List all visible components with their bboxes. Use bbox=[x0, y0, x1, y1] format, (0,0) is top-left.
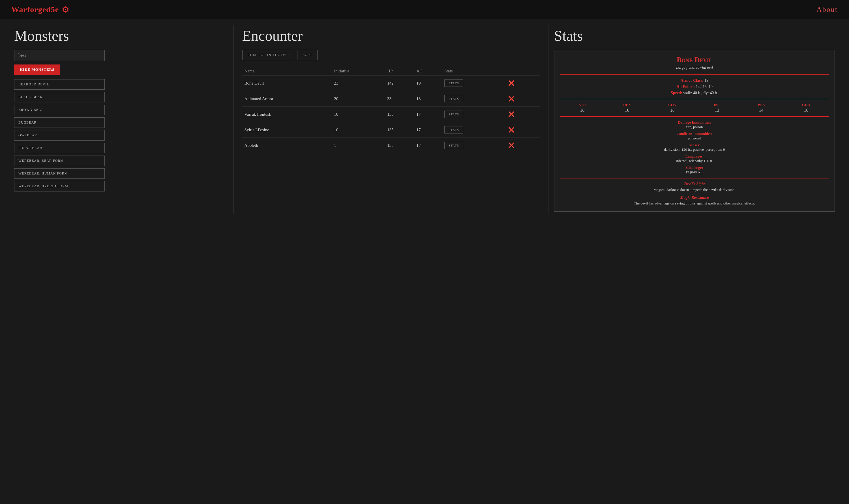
encounter-hp: 135 bbox=[385, 138, 414, 153]
encounter-remove-button[interactable]: ❌ bbox=[507, 142, 516, 148]
monster-list-item[interactable]: OWLBEAR bbox=[14, 130, 105, 141]
monster-list-item[interactable]: BLACK BEAR bbox=[14, 92, 105, 102]
ability-value: 18 bbox=[668, 108, 676, 113]
encounter-stats-cell: STATS bbox=[442, 107, 505, 122]
table-row: Sylris Li'zoine1013517STATS❌ bbox=[242, 122, 540, 138]
encounter-remove-cell: ❌ bbox=[505, 122, 540, 138]
monsters-col: Monsters HIDE MONSTERS BEARDED DEVILBLAC… bbox=[8, 24, 233, 214]
monster-list-item[interactable]: WEREBEAR, HUMAN FORM bbox=[14, 168, 105, 179]
encounter-stats-button[interactable]: STATS bbox=[444, 126, 463, 133]
ability-score-col: STR18 bbox=[579, 103, 586, 113]
encounter-stats-button[interactable]: STATS bbox=[444, 142, 463, 149]
armor-class-value: 19 bbox=[704, 78, 708, 83]
ability-score-col: WIS14 bbox=[758, 103, 765, 113]
encounter-remove-button[interactable]: ❌ bbox=[507, 80, 516, 86]
encounter-remove-button[interactable]: ❌ bbox=[507, 111, 516, 118]
languages-value: Infernal, telepathy 120 ft. bbox=[676, 159, 713, 163]
monster-list-item[interactable]: POLAR BEAR bbox=[14, 143, 105, 153]
about-link[interactable]: About bbox=[816, 5, 838, 14]
ability-value: 16 bbox=[802, 108, 810, 113]
divider-1 bbox=[560, 74, 829, 75]
stats-header: Stats bbox=[554, 28, 835, 44]
encounter-ac: 17 bbox=[414, 107, 442, 122]
roll-initiative-button[interactable]: ROLL FOR INITIATIVE! bbox=[242, 50, 295, 60]
condition-immunities-value: poisoned bbox=[688, 136, 701, 140]
sort-button[interactable]: SORT bbox=[297, 50, 318, 60]
ability-name: STR bbox=[579, 103, 586, 107]
encounter-hp: 135 bbox=[385, 107, 414, 122]
ability-value: 16 bbox=[623, 108, 631, 113]
encounter-name: Animated Armor bbox=[242, 91, 332, 107]
trait-section: Devil's SightMagical darkness doesn't im… bbox=[560, 182, 829, 192]
damage-immunities: Damage Immunities: fire, poison bbox=[560, 120, 829, 129]
trait-section: Magic ResistanceThe devil has advantage … bbox=[560, 195, 829, 205]
encounter-remove-button[interactable]: ❌ bbox=[507, 95, 516, 102]
table-header-cell: AC bbox=[414, 67, 442, 75]
logo-text: Warforged5e bbox=[11, 5, 59, 14]
challenge-value: 12 (8400xp) bbox=[686, 170, 704, 174]
table-header-cell: HP bbox=[385, 67, 414, 75]
damage-immunities-label: Damage Immunities: bbox=[560, 120, 829, 125]
table-header-remove bbox=[505, 67, 540, 75]
hit-points-row: Hit Points: 142 15d10 bbox=[560, 85, 829, 89]
encounter-table: NameInitiativeHPACStats Bone Devil231421… bbox=[242, 67, 540, 153]
ability-name: WIS bbox=[758, 103, 765, 107]
speed-label: Speed: bbox=[671, 91, 682, 95]
trait-description: The devil has advantage on saving throws… bbox=[560, 201, 829, 205]
hide-monsters-button[interactable]: HIDE MONSTERS bbox=[14, 65, 60, 75]
ability-value: 14 bbox=[758, 108, 765, 113]
encounter-stats-button[interactable]: STATS bbox=[444, 111, 463, 118]
ability-value: 18 bbox=[579, 108, 586, 113]
ability-score-col: INT13 bbox=[714, 103, 720, 113]
monster-list-item[interactable]: BROWN BEAR bbox=[14, 105, 105, 115]
table-row: Varruk Irontusk1013517STATS❌ bbox=[242, 107, 540, 122]
monster-list-item[interactable]: BUGBEAR bbox=[14, 118, 105, 128]
monster-list: BEARDED DEVILBLACK BEARBROWN BEARBUGBEAR… bbox=[14, 79, 228, 192]
encounter-buttons: ROLL FOR INITIATIVE! SORT bbox=[242, 50, 540, 60]
encounter-stats-button[interactable]: STATS bbox=[444, 79, 463, 87]
encounter-remove-cell: ❌ bbox=[505, 91, 540, 107]
encounter-name: Varruk Irontusk bbox=[242, 107, 332, 122]
encounter-ac: 19 bbox=[414, 75, 442, 91]
table-row: Bone Devil2314219STATS❌ bbox=[242, 75, 540, 91]
encounter-thead: NameInitiativeHPACStats bbox=[242, 67, 540, 75]
encounter-name: Bone Devil bbox=[242, 75, 332, 91]
encounter-ac: 18 bbox=[414, 91, 442, 107]
ability-name: CHA bbox=[802, 103, 810, 107]
divider-2 bbox=[560, 99, 829, 99]
traits-section: Devil's SightMagical darkness doesn't im… bbox=[560, 182, 829, 205]
search-input[interactable] bbox=[14, 50, 105, 61]
table-header-cell: Initiative bbox=[332, 67, 385, 75]
monster-list-item[interactable]: WEREBEAR, BEAR FORM bbox=[14, 156, 105, 166]
encounter-header: Encounter bbox=[242, 28, 540, 44]
encounter-initiative: 10 bbox=[332, 122, 385, 138]
encounter-stats-button[interactable]: STATS bbox=[444, 95, 463, 102]
speed-value: walk: 40 ft., fly: 40 ft. bbox=[683, 91, 718, 95]
encounter-hp: 142 bbox=[385, 75, 414, 91]
table-header-cell: Stats bbox=[442, 67, 505, 75]
monster-list-item[interactable]: WEREBEAR, HYBRID FORM bbox=[14, 181, 105, 192]
encounter-initiative: 23 bbox=[332, 75, 385, 91]
stats-card: Bone Devil Large fiend, lawful evil Armo… bbox=[554, 50, 835, 212]
trait-name: Devil's Sight bbox=[560, 182, 829, 186]
senses: Senses: darkvision: 120 ft., passive_per… bbox=[560, 143, 829, 152]
table-row: Aboleth113517STATS❌ bbox=[242, 138, 540, 153]
trait-description: Magical darkness doesn't impede the devi… bbox=[560, 187, 829, 192]
ability-score-col: CON18 bbox=[668, 103, 676, 113]
hit-points-label: Hit Points: bbox=[676, 85, 695, 89]
encounter-initiative: 10 bbox=[332, 107, 385, 122]
encounter-hp: 135 bbox=[385, 122, 414, 138]
armor-class-row: Armor Class: 19 bbox=[560, 78, 829, 83]
divider-3 bbox=[560, 116, 829, 117]
trait-name: Magic Resistance bbox=[560, 195, 829, 200]
challenge: Challenge: 12 (8400xp) bbox=[560, 165, 829, 175]
challenge-label: Challenge: bbox=[560, 165, 829, 170]
hit-points-value: 142 15d10 bbox=[696, 85, 712, 89]
top-nav: Warforged5e ⚙ About bbox=[0, 0, 849, 19]
encounter-remove-button[interactable]: ❌ bbox=[507, 127, 516, 133]
encounter-hp: 33 bbox=[385, 91, 414, 107]
monster-list-item[interactable]: BEARDED DEVIL bbox=[14, 79, 105, 90]
encounter-remove-cell: ❌ bbox=[505, 75, 540, 91]
senses-value: darkvision: 120 ft., passive_perception:… bbox=[664, 147, 725, 151]
encounter-tbody: Bone Devil2314219STATS❌Animated Armor203… bbox=[242, 75, 540, 153]
